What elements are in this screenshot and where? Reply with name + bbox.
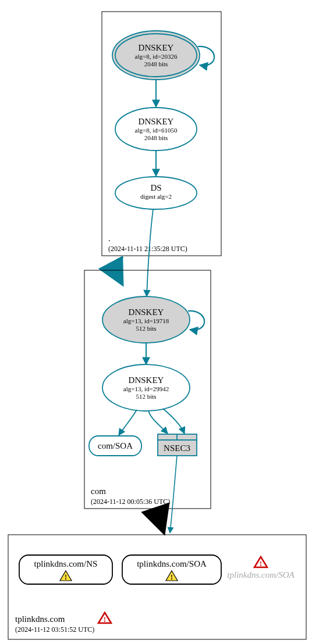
zone-root-timestamp: (2024-11-11 21:35:28 UTC) [108,245,187,253]
edge-com-zsk-nsec3-b [163,409,185,434]
node-leaf-soa-title: tplinkdns.com/SOA [137,559,207,568]
node-leaf-soa-error: ! tplinkdns.com/SOA [227,557,295,579]
node-com-zsk: DNSKEY alg=13, id=29942 512 bits [102,364,190,411]
edge-root-ksk-self [198,46,214,66]
node-root-ksk-l3: 2048 bits [144,60,168,67]
node-root-ksk-title: DNSKEY [139,43,174,52]
edge-com-zsk-soa [119,410,137,435]
node-leaf-ns-title: tplinkdns.com/NS [34,559,98,568]
node-leaf-soa-error-title: tplinkdns.com/SOA [227,570,295,579]
zone-com-name: com [91,486,106,496]
node-root-zsk-l3: 2048 bits [144,134,168,141]
svg-text:!: ! [171,573,173,581]
svg-rect-12 [8,535,306,639]
node-com-zsk-l2: alg=13, id=29942 [123,385,169,392]
node-com-nsec3-title: NSEC3 [164,443,190,453]
node-root-ds-title: DS [150,183,161,192]
svg-text:!: ! [260,560,262,568]
node-root-zsk-title: DNSKEY [139,117,174,126]
zone-leaf: tplinkdns.com/NS ! tplinkdns.com/SOA ! !… [8,535,306,639]
zone-root: . (2024-11-11 21:35:28 UTC) DNSKEY alg=8… [102,12,221,256]
edge-ds-to-comksk [147,209,153,296]
node-root-ksk-l2: alg=8, id=20326 [135,53,178,60]
svg-text:!: ! [104,616,106,624]
zone-com: com (2024-11-12 00:05:36 UTC) DNSKEY alg… [84,270,211,509]
error-icon: ! [254,557,267,568]
node-com-ksk-l2: alg=13, id=19718 [123,317,169,324]
zone-com-timestamp: (2024-11-12 00:05:36 UTC) [91,498,170,506]
error-icon: ! [98,613,111,624]
edge-com-ksk-self [188,311,204,330]
node-com-zsk-l3: 512 bits [136,393,156,400]
node-com-soa-title: com/SOA [98,441,133,450]
node-com-ksk-title: DNSKEY [129,307,164,317]
node-root-zsk-l2: alg=8, id=61050 [135,127,178,134]
node-leaf-ns: tplinkdns.com/NS ! [19,555,112,584]
zone-root-name: . [108,234,111,243]
node-com-ksk-l3: 512 bits [136,325,156,332]
edge-com-zsk-nsec3-a [148,410,168,434]
node-com-zsk-title: DNSKEY [129,375,164,385]
edge-com-to-leaf [157,510,163,530]
node-com-ksk: DNSKEY alg=13, id=19718 512 bits [102,296,190,343]
node-com-nsec3: NSEC3 [158,434,197,456]
zone-leaf-name: tplinkdns.com [15,614,65,624]
node-root-ksk: DNSKEY alg=8, id=20326 2048 bits [112,31,200,80]
node-com-soa: com/SOA [89,436,141,456]
node-root-ds-l2: digest alg=2 [140,193,172,200]
edge-root-to-com [119,257,122,282]
node-leaf-soa: tplinkdns.com/SOA ! [122,555,221,584]
node-root-ds: DS digest alg=2 [115,177,197,209]
svg-text:!: ! [65,573,67,581]
node-root-zsk: DNSKEY alg=8, id=61050 2048 bits [115,108,197,151]
edge-nsec3-to-leaf [170,456,177,533]
zone-leaf-timestamp: (2024-11-12 03:51:52 UTC) [15,625,94,634]
